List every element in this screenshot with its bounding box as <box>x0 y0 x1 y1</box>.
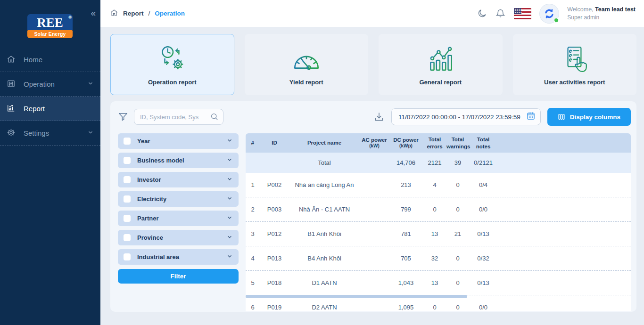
row-id: P019 <box>260 304 289 311</box>
row-index: 5 <box>246 279 260 286</box>
table-row[interactable]: 1 P002 Nhà ăn cảng Long An 213 4 0 0/4 <box>246 173 631 197</box>
checkbox[interactable] <box>124 234 131 241</box>
sidebar-collapse-icon[interactable]: « <box>91 8 96 17</box>
chevron-down-icon[interactable] <box>226 234 233 242</box>
checkbox[interactable] <box>124 215 131 222</box>
topbar: Report / Operation ★★★★★★★★★★★★ Welcome,… <box>100 0 644 27</box>
row-index: 1 <box>246 181 260 188</box>
sidebar-nav: Home Operation Report Settings <box>0 48 100 146</box>
table-row[interactable]: 3 P012 B1 Anh Khôi 781 13 21 0/13 <box>246 222 631 246</box>
topbar-actions: ★★★★★★★★★★★★ Welcome, Team lead test Sup… <box>477 4 636 23</box>
user-activities-report-icon <box>558 44 592 75</box>
moon-icon[interactable] <box>477 8 487 18</box>
breadcrumb-current: Operation <box>155 10 185 17</box>
home-icon[interactable] <box>110 8 118 18</box>
filter-group-industrial-area[interactable]: Industrial area <box>118 249 239 265</box>
row-warnings: 0 <box>446 181 469 188</box>
row-notes: 0/0 <box>469 206 497 213</box>
filter-funnel-icon[interactable] <box>118 112 128 122</box>
gear-icon <box>7 128 16 138</box>
chevron-down-icon[interactable] <box>226 176 233 184</box>
row-errors: 32 <box>423 255 446 262</box>
filter-group-electricity[interactable]: Electricity <box>118 191 239 207</box>
row-dc-power: 1,043 <box>389 279 423 286</box>
bell-icon[interactable] <box>495 8 505 18</box>
breadcrumb-section[interactable]: Report <box>123 10 144 17</box>
filter-group-label: Year <box>137 138 226 145</box>
checkbox[interactable] <box>124 253 131 260</box>
report-type-cards: Operation report Yield report <box>110 34 636 95</box>
report-panel: 11/07/2022 00:00:00 - 17/07/2022 23:59:5… <box>110 101 636 312</box>
search-icon[interactable] <box>210 112 219 123</box>
card-operation-report[interactable]: Operation report <box>110 34 234 95</box>
card-yield-report[interactable]: Yield report <box>245 34 369 95</box>
card-user-activities-report[interactable]: User activities report <box>513 34 637 95</box>
table-row[interactable]: 2 P003 Nhà Ăn - C1 AATN 799 0 0 0/0 <box>246 197 631 222</box>
sidebar-item-label: Report <box>24 105 94 113</box>
row-warnings: 0 <box>446 206 469 213</box>
filter-group-label: Province <box>137 234 226 241</box>
checkbox[interactable] <box>124 176 131 183</box>
row-id: P003 <box>260 206 289 213</box>
checkbox[interactable] <box>124 195 131 203</box>
sidebar-item-label: Operation <box>24 80 87 88</box>
row-warnings: 0 <box>446 304 469 311</box>
table-row[interactable]: 5 P018 D1 AATN 1,043 13 0 0/13 <box>246 271 631 295</box>
horizontal-scrollbar[interactable] <box>246 295 467 298</box>
card-label: Operation report <box>148 79 197 86</box>
chevron-down-icon[interactable] <box>226 156 233 165</box>
card-general-report[interactable]: General report <box>379 34 503 95</box>
total-warnings: 39 <box>446 159 469 166</box>
col-header-index: # <box>246 139 260 146</box>
report-table: # ID Project name AC power(kW) DC power(… <box>246 133 631 311</box>
display-columns-button[interactable]: Display columns <box>547 108 631 126</box>
operation-report-icon <box>155 44 189 75</box>
row-index: 2 <box>246 206 260 213</box>
row-project-name: Nhà ăn cảng Long An <box>289 181 360 188</box>
checkbox[interactable] <box>124 157 131 164</box>
filter-group-partner[interactable]: Partner <box>118 211 239 226</box>
us-flag-icon[interactable]: ★★★★★★★★★★★★ <box>514 8 531 19</box>
row-project-name: B4 Anh Khôi <box>289 255 360 262</box>
card-label: User activities report <box>544 79 605 86</box>
row-dc-power: 799 <box>389 206 423 213</box>
filter-group-business-model[interactable]: Business model <box>118 153 239 168</box>
download-icon[interactable] <box>373 111 385 122</box>
filter-group-label: Business model <box>137 157 226 164</box>
chevron-down-icon[interactable] <box>226 137 233 146</box>
sidebar-item-report[interactable]: Report <box>0 97 100 121</box>
table-row[interactable]: 4 P013 B4 Anh Khôi 705 32 0 0/32 <box>246 246 631 271</box>
row-id: P018 <box>260 279 289 286</box>
sidebar-item-settings[interactable]: Settings <box>0 121 100 146</box>
filter-group-investor[interactable]: Investor <box>118 172 239 187</box>
row-notes: 0/32 <box>469 255 497 262</box>
col-header-total-notes: Total notes <box>469 136 497 150</box>
report-toolbar: 11/07/2022 00:00:00 - 17/07/2022 23:59:5… <box>118 108 631 126</box>
sidebar-item-operation[interactable]: Operation <box>0 72 100 97</box>
yield-report-icon <box>289 44 323 75</box>
sidebar-item-label: Settings <box>24 129 87 137</box>
date-range-picker[interactable]: 11/07/2022 00:00:00 - 17/07/2022 23:59:5… <box>391 108 541 125</box>
user-welcome: Welcome, Team lead test Super admin <box>567 5 636 22</box>
col-header-total-errors: Total errors <box>423 136 446 150</box>
online-status-dot <box>554 18 559 23</box>
chevron-down-icon[interactable] <box>226 253 233 261</box>
calendar-icon[interactable] <box>526 111 536 122</box>
chevron-down-icon[interactable] <box>226 195 233 203</box>
filter-group-year[interactable]: Year <box>118 133 239 149</box>
row-errors: 13 <box>423 279 446 286</box>
welcome-prefix: Welcome, <box>567 6 593 13</box>
row-index: 6 <box>246 304 260 311</box>
checkbox[interactable] <box>124 138 131 145</box>
sidebar: « REE® Solar Energy Home Operation Repor… <box>0 0 100 325</box>
col-header-id: ID <box>260 139 289 146</box>
panel-body: Year Business model Investor Electricity <box>118 133 631 311</box>
chevron-down-icon[interactable] <box>226 214 233 223</box>
col-header-dc-power: DC power(kWp) <box>389 137 423 149</box>
filter-group-province[interactable]: Province <box>118 230 239 245</box>
card-label: Yield report <box>289 79 323 86</box>
filter-button[interactable]: Filter <box>118 269 239 284</box>
sidebar-item-home[interactable]: Home <box>0 48 100 72</box>
breadcrumb-separator: / <box>149 10 150 17</box>
avatar[interactable] <box>540 4 559 23</box>
